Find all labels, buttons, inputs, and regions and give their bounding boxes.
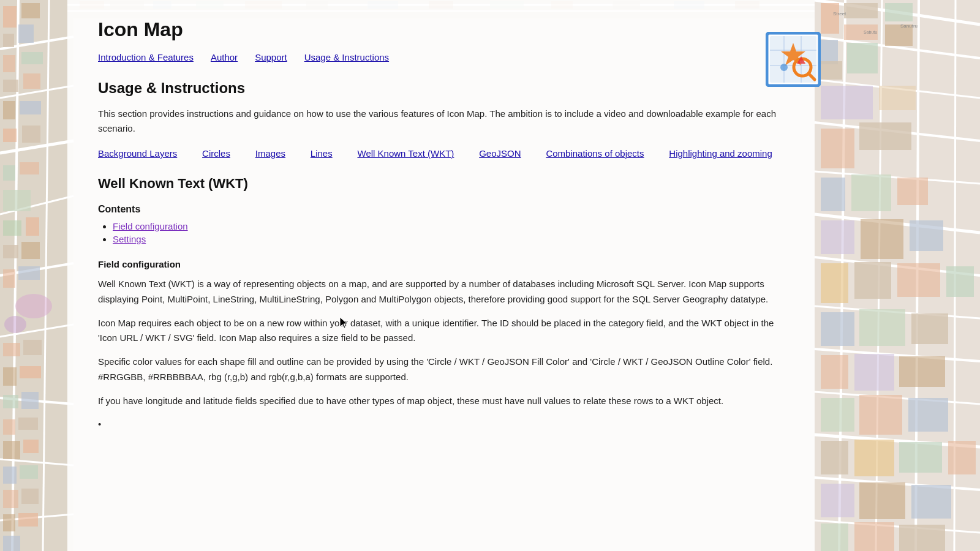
svg-rect-91: [821, 40, 838, 64]
svg-rect-53: [3, 536, 20, 551]
sep4: [339, 148, 352, 159]
nav-link-intro[interactable]: Introduction & Features: [98, 52, 194, 62]
svg-rect-43: [3, 419, 15, 435]
content-area: Icon Map Introduction & Features Author …: [67, 0, 815, 551]
svg-point-36: [4, 316, 26, 333]
svg-rect-24: [3, 129, 17, 142]
svg-rect-19: [21, 52, 43, 64]
svg-rect-50: [21, 489, 39, 504]
sep3: [292, 148, 304, 159]
list-item: Field configuration: [113, 221, 784, 231]
svg-rect-52: [18, 513, 38, 527]
svg-rect-97: [879, 86, 916, 110]
contents-link-field-config[interactable]: Field configuration: [113, 221, 188, 231]
svg-rect-128: [899, 525, 945, 551]
svg-rect-37: [3, 343, 20, 356]
svg-rect-110: [821, 312, 854, 346]
main-section-desc: This section provides instructions and g…: [98, 107, 784, 136]
subnav-bg-layers[interactable]: Background Layers: [98, 148, 177, 159]
svg-rect-34: [18, 266, 40, 280]
svg-rect-51: [3, 514, 15, 531]
svg-rect-94: [821, 61, 842, 80]
subnav-circles[interactable]: Circles: [202, 148, 230, 159]
svg-rect-127: [854, 522, 894, 551]
contents-link-settings[interactable]: Settings: [113, 234, 146, 244]
list-item: Settings: [113, 234, 784, 244]
svg-rect-39: [3, 367, 17, 386]
svg-rect-28: [3, 190, 31, 211]
svg-rect-116: [821, 398, 854, 432]
nav-link-usage[interactable]: Usage & Instructions: [304, 52, 389, 62]
sep2: [236, 148, 249, 159]
svg-rect-20: [3, 80, 18, 92]
subnav-images[interactable]: Images: [255, 148, 285, 159]
sep7: [650, 148, 663, 159]
svg-rect-101: [851, 174, 891, 211]
contents-list: Field configuration Settings: [98, 221, 784, 244]
top-navigation: Introduction & Features Author Support U…: [98, 52, 784, 62]
svg-rect-40: [20, 366, 41, 378]
sep5: [460, 148, 473, 159]
subnav-highlighting[interactable]: Highlighting and zooming: [669, 148, 772, 159]
svg-rect-98: [821, 129, 854, 168]
svg-rect-22: [3, 101, 15, 119]
svg-rect-104: [861, 219, 903, 259]
svg-rect-23: [20, 101, 41, 114]
svg-rect-113: [821, 355, 848, 389]
svg-rect-30: [26, 217, 39, 236]
svg-rect-14: [3, 6, 17, 28]
svg-rect-122: [948, 441, 976, 474]
svg-rect-17: [18, 24, 34, 43]
wkt-section-heading: Well Known Text (WKT): [98, 176, 784, 192]
app-logo: [766, 32, 821, 87]
svg-rect-108: [897, 263, 940, 297]
svg-rect-16: [3, 34, 14, 47]
svg-rect-29: [3, 220, 21, 236]
svg-rect-41: [3, 395, 18, 408]
svg-text:Street: Street: [833, 11, 846, 17]
svg-rect-119: [821, 441, 848, 474]
subnav-lines[interactable]: Lines: [311, 148, 333, 159]
svg-rect-114: [854, 354, 894, 391]
svg-rect-96: [821, 86, 873, 119]
svg-rect-15: [21, 3, 40, 18]
sep6: [527, 148, 540, 159]
svg-text:Sanutru: Sanutru: [900, 23, 918, 29]
svg-point-141: [780, 64, 788, 71]
contents-block: Contents Field configuration Settings: [98, 204, 784, 244]
svg-rect-124: [859, 482, 905, 519]
svg-rect-47: [3, 467, 17, 484]
svg-rect-48: [20, 465, 38, 479]
field-config-para-1: Well Known Text (WKT) is a way of repres…: [98, 277, 784, 307]
sep1: [183, 148, 196, 159]
svg-rect-27: [20, 162, 39, 174]
subnav-combinations[interactable]: Combinations of objects: [546, 148, 644, 159]
svg-rect-102: [897, 178, 928, 205]
svg-rect-31: [3, 245, 18, 258]
subnav-geojson[interactable]: GeoJSON: [479, 148, 521, 159]
svg-rect-25: [22, 126, 40, 143]
nav-link-support[interactable]: Support: [255, 52, 287, 62]
svg-rect-103: [821, 220, 854, 254]
field-config-para-4: If you have longitude and latitude field…: [98, 394, 784, 409]
svg-rect-111: [859, 309, 905, 346]
svg-rect-107: [854, 262, 891, 299]
svg-rect-49: [3, 490, 18, 508]
svg-rect-95: [847, 43, 878, 73]
svg-rect-126: [821, 523, 848, 551]
svg-rect-106: [821, 263, 848, 303]
svg-rect-123: [821, 484, 854, 517]
svg-rect-32: [21, 242, 40, 259]
svg-rect-42: [21, 392, 39, 409]
svg-rect-18: [3, 55, 15, 72]
subnav-wkt[interactable]: Well Known Text (WKT): [358, 148, 454, 159]
svg-rect-112: [911, 313, 948, 344]
contents-title: Contents: [98, 204, 784, 215]
bullet-placeholder: •: [98, 417, 784, 432]
svg-rect-89: [844, 3, 878, 18]
nav-link-author[interactable]: Author: [211, 52, 238, 62]
svg-rect-120: [854, 440, 894, 476]
field-config-para-2: Icon Map requires each object to be on a…: [98, 316, 784, 347]
svg-rect-99: [859, 122, 911, 150]
svg-rect-125: [911, 485, 951, 519]
